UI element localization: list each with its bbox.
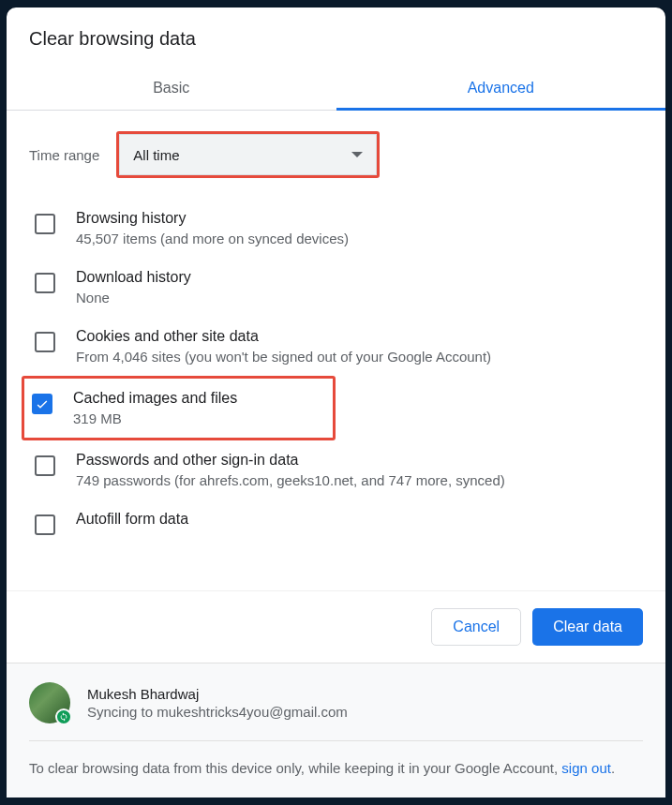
time-range-label: Time range bbox=[29, 147, 99, 163]
account-text: Mukesh Bhardwaj Syncing to mukeshtricks4… bbox=[87, 686, 348, 720]
item-desc: From 4,046 sites (you won't be signed ou… bbox=[76, 349, 649, 365]
item-desc: 749 passwords (for ahrefs.com, geeks10.n… bbox=[76, 472, 649, 488]
cancel-button[interactable]: Cancel bbox=[431, 608, 521, 646]
item-desc: 45,507 items (and more on synced devices… bbox=[76, 231, 649, 246]
sign-out-link[interactable]: sign out bbox=[561, 760, 611, 776]
tab-bar: Basic Advanced bbox=[7, 67, 665, 111]
item-text: Cached images and files319 MB bbox=[73, 390, 327, 426]
account-name: Mukesh Bhardwaj bbox=[87, 686, 348, 702]
item-desc: 319 MB bbox=[73, 410, 327, 426]
list-item: Cached images and files319 MB bbox=[22, 376, 336, 440]
item-text: Download historyNone bbox=[76, 269, 649, 306]
list-item: Download historyNone bbox=[29, 258, 654, 317]
time-range-dropdown[interactable]: All time bbox=[119, 134, 377, 175]
footer-note-prefix: To clear browsing data from this device … bbox=[29, 760, 561, 776]
account-row: Mukesh Bhardwaj Syncing to mukeshtricks4… bbox=[29, 682, 643, 741]
checkbox[interactable] bbox=[35, 455, 55, 476]
item-title: Browsing history bbox=[76, 210, 649, 227]
item-text: Cookies and other site dataFrom 4,046 si… bbox=[76, 328, 649, 365]
checkbox[interactable] bbox=[35, 332, 55, 352]
chevron-down-icon bbox=[351, 152, 363, 157]
dialog-content: Time range All time Browsing history45,5… bbox=[7, 111, 665, 590]
time-range-row: Time range All time bbox=[29, 111, 654, 199]
footer-note: To clear browsing data from this device … bbox=[29, 741, 643, 780]
item-desc: None bbox=[76, 290, 649, 306]
data-type-list: Browsing history45,507 items (and more o… bbox=[29, 199, 654, 550]
list-item: Autofill form data bbox=[29, 499, 654, 546]
list-item: Cookies and other site dataFrom 4,046 si… bbox=[29, 317, 654, 376]
list-item: Passwords and other sign-in data749 pass… bbox=[29, 440, 654, 499]
time-range-value: All time bbox=[133, 147, 179, 163]
item-title: Cached images and files bbox=[73, 390, 327, 407]
checkbox[interactable] bbox=[35, 214, 55, 234]
dialog-title: Clear browsing data bbox=[7, 7, 665, 67]
time-range-highlight: All time bbox=[116, 131, 380, 178]
account-section: Mukesh Bhardwaj Syncing to mukeshtricks4… bbox=[7, 663, 665, 798]
item-text: Passwords and other sign-in data749 pass… bbox=[76, 452, 649, 488]
list-item: Browsing history45,507 items (and more o… bbox=[29, 199, 654, 258]
checkbox[interactable] bbox=[35, 273, 55, 293]
item-text: Autofill form data bbox=[76, 511, 649, 531]
clear-browsing-data-dialog: Clear browsing data Basic Advanced Time … bbox=[7, 7, 665, 798]
tab-basic[interactable]: Basic bbox=[7, 67, 336, 110]
dialog-footer: Cancel Clear data bbox=[7, 590, 665, 663]
item-title: Download history bbox=[76, 269, 649, 286]
item-title: Passwords and other sign-in data bbox=[76, 452, 649, 469]
footer-note-suffix: . bbox=[611, 760, 615, 776]
account-sync-status: Syncing to mukeshtricks4you@gmail.com bbox=[87, 704, 348, 720]
clear-data-button[interactable]: Clear data bbox=[532, 608, 643, 646]
checkbox[interactable] bbox=[32, 394, 52, 414]
item-text: Browsing history45,507 items (and more o… bbox=[76, 210, 649, 246]
tab-advanced[interactable]: Advanced bbox=[336, 67, 666, 110]
item-title: Autofill form data bbox=[76, 511, 649, 528]
checkbox[interactable] bbox=[35, 514, 55, 535]
avatar-container bbox=[29, 682, 70, 723]
sync-badge-icon bbox=[55, 708, 72, 725]
item-title: Cookies and other site data bbox=[76, 328, 649, 345]
